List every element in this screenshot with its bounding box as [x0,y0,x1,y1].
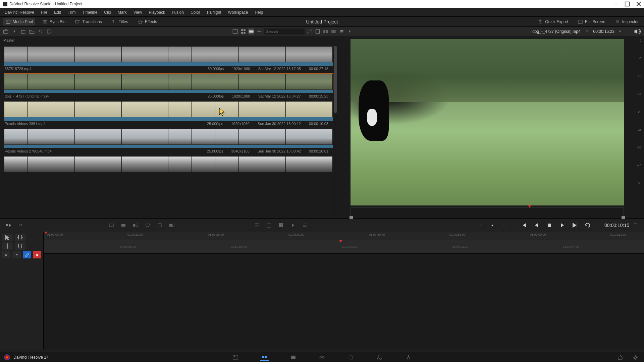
clip-filmstrip[interactable] [4,101,333,117]
clip-filmstrip[interactable] [4,46,333,62]
insert-icon[interactable] [108,222,114,228]
transitions-button[interactable]: Transitions [73,18,104,25]
clip-filmstrip[interactable] [4,156,333,172]
tool-snap[interactable] [15,242,25,250]
inspector-button[interactable]: Inspector [613,18,641,25]
replace-icon[interactable] [132,222,139,228]
tools-2-icon[interactable] [266,222,272,228]
menu-file[interactable]: File [38,9,50,16]
menu-playback[interactable]: Playback [146,9,168,16]
loop-button[interactable] [584,222,591,229]
next-clip-icon[interactable]: › [500,222,507,229]
clip-item[interactable]: Pexels Videos 2786540.mp4 25.000fps 3840… [4,129,333,154]
scrollbar-thumb[interactable] [334,46,337,113]
tools-1-icon[interactable] [254,222,260,228]
deliver-page-tab[interactable] [404,354,413,361]
timeline-playhead[interactable] [341,254,341,350]
minimize-button[interactable] [613,1,619,7]
effects-button[interactable]: Effects [136,18,159,25]
media-pool-button[interactable]: Media Pool [3,18,35,25]
menu-workspace[interactable]: Workspace [225,9,251,16]
tool-trim[interactable] [15,234,25,241]
dropdown-icon[interactable]: ▾ [347,28,353,35]
tools-3-icon[interactable] [278,222,284,228]
overwrite-icon[interactable] [120,222,126,228]
tool-lock[interactable]: ■ [33,251,41,258]
fit-icon[interactable] [145,222,151,228]
menu-trim[interactable]: Trim [65,9,78,16]
viewer-scrubber[interactable] [351,207,624,218]
step-back-button[interactable] [533,222,540,229]
clip-item[interactable]: dog_-_4727 (Original).mp4 25.000fps 1920… [4,74,333,99]
stop-button[interactable] [546,222,553,229]
menu-color[interactable]: Color [188,9,203,16]
ruler-zoomed-playhead[interactable] [339,240,342,243]
tool-arrow[interactable] [2,234,13,241]
menu-fairlight[interactable]: Fairlight [204,9,224,16]
menu-davinci-resolve[interactable]: DaVinci Resolve [2,9,37,16]
full-screen-button[interactable]: Full Screen [576,18,607,25]
timeline-track-area[interactable] [44,254,644,350]
menu-edit[interactable]: Edit [51,9,64,16]
maximize-button[interactable] [625,1,630,7]
search-input[interactable] [264,28,305,35]
tag-icon[interactable] [46,28,52,35]
append-icon[interactable] [169,222,175,228]
close-button[interactable] [636,1,641,7]
crop-icon[interactable] [315,28,321,35]
import-icon[interactable] [3,28,9,35]
settings-button[interactable] [631,354,640,361]
tool-blade[interactable] [2,242,13,250]
clip-item[interactable] [4,156,333,172]
color-page-tab[interactable] [346,354,355,361]
media-page-tab[interactable] [231,354,240,361]
play-button[interactable] [559,222,566,229]
menu-mark[interactable]: Mark [115,9,129,16]
menu-fusion[interactable]: Fusion [169,9,186,16]
smart-insert-icon[interactable] [5,222,11,228]
prev-clip-icon[interactable]: ‹ [478,222,484,229]
tool-marker[interactable]: ◆ [2,251,10,258]
cut-page-tab[interactable] [260,354,269,361]
playhead-marker[interactable] [528,205,531,208]
sort-icon[interactable] [307,28,313,35]
clip-item[interactable]: 657518728.mp4 50.000fps 644x362 Sat Ma… [4,46,333,72]
sync-bin-button[interactable]: Sync Bin [40,18,67,25]
marker-icon[interactable]: ⬒ [339,28,345,35]
scissors-icon[interactable]: ✂ [17,222,23,228]
viewer-display[interactable] [351,39,624,205]
master-bin-label[interactable]: Master [0,36,337,44]
out-point-handle[interactable] [622,216,625,219]
fusion-page-tab[interactable] [318,354,326,361]
speaker-icon[interactable] [633,27,641,36]
tc-options-icon[interactable]: ☰ [633,222,639,228]
tc-dropdown-icon[interactable]: ▾ [617,28,623,35]
sync-icon[interactable]: ⟳ [585,28,591,35]
menu-timeline[interactable]: Timeline [79,9,100,16]
bin-icon[interactable] [20,28,26,35]
clip-item[interactable]: Pexels Videos 2881.mp4 25.000fps 1920x10… [4,101,333,127]
fairlight-page-tab[interactable] [375,354,384,361]
menu-clip[interactable]: Clip [101,9,114,16]
clip-filmstrip[interactable] [4,74,333,90]
edit-page-tab[interactable] [289,354,298,361]
folder-icon[interactable] [29,28,35,35]
timeline-ruler-zoomed[interactable]: 00:59:56:00 00:59:58:00 01:00:00:00 01:0… [44,240,644,254]
place-icon[interactable] [157,222,163,228]
timeline-ruler-top[interactable]: 01:00:00:00 01:00:10:00 01:00:20:00 01:0… [44,232,644,240]
tools-5-icon[interactable] [302,222,308,228]
tool-flag[interactable]: ⚑ [12,251,21,258]
refresh-icon[interactable] [38,28,44,35]
view-grid-icon[interactable] [240,28,246,35]
timeline-tracks[interactable]: 01:00:00:00 01:00:10:00 01:00:20:00 01:0… [44,232,644,350]
tools-4-icon[interactable] [290,222,296,228]
in-point-handle[interactable] [350,216,353,219]
tool-link[interactable]: 🔗 [23,251,31,258]
view-strip-icon[interactable] [248,28,254,35]
go-start-button[interactable] [521,222,527,229]
grid2-icon[interactable] [323,28,329,35]
media-scrollbar[interactable] [334,46,337,218]
titles-button[interactable]: T Titles [109,18,130,25]
options-icon[interactable]: ⋯ [623,28,629,35]
quick-export-button[interactable]: Quick Export [536,18,570,25]
